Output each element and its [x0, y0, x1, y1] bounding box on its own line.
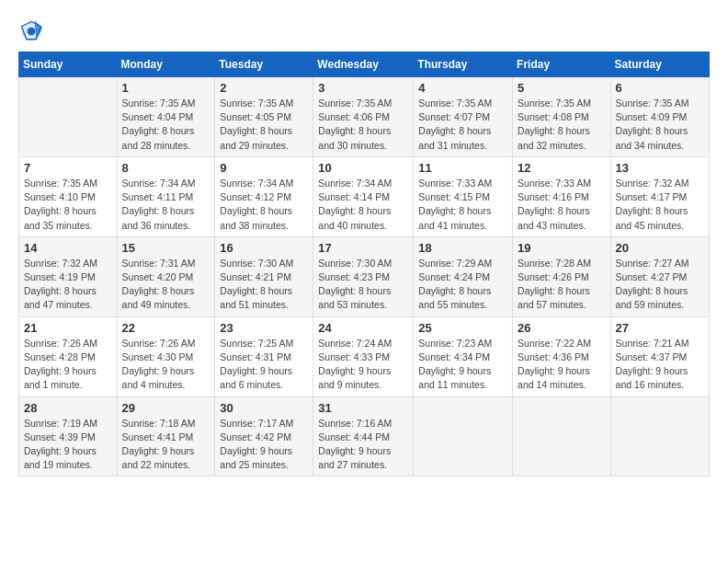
day-number: 26 — [518, 321, 606, 335]
day-info: Sunrise: 7:21 AM Sunset: 4:37 PM Dayligh… — [616, 337, 704, 393]
day-info: Sunrise: 7:35 AM Sunset: 4:09 PM Dayligh… — [616, 97, 704, 153]
week-row-3: 14Sunrise: 7:32 AM Sunset: 4:19 PM Dayli… — [19, 236, 710, 316]
calendar-cell: 11Sunrise: 7:33 AM Sunset: 4:15 PM Dayli… — [414, 156, 513, 236]
day-number: 31 — [318, 401, 408, 415]
calendar-cell: 8Sunrise: 7:34 AM Sunset: 4:11 PM Daylig… — [117, 156, 215, 236]
calendar-cell: 26Sunrise: 7:22 AM Sunset: 4:36 PM Dayli… — [513, 316, 611, 396]
calendar-cell: 10Sunrise: 7:34 AM Sunset: 4:14 PM Dayli… — [313, 156, 414, 236]
calendar-cell: 20Sunrise: 7:27 AM Sunset: 4:27 PM Dayli… — [610, 236, 709, 316]
day-number: 15 — [122, 241, 210, 255]
day-info: Sunrise: 7:23 AM Sunset: 4:34 PM Dayligh… — [418, 337, 507, 393]
day-number: 21 — [24, 321, 112, 335]
header-wednesday: Wednesday — [313, 52, 414, 77]
logo — [18, 18, 48, 44]
calendar-cell — [19, 77, 118, 157]
day-number: 8 — [122, 161, 210, 175]
calendar-cell: 22Sunrise: 7:26 AM Sunset: 4:30 PM Dayli… — [117, 316, 215, 396]
calendar-cell: 30Sunrise: 7:17 AM Sunset: 4:42 PM Dayli… — [215, 396, 313, 477]
day-number: 24 — [318, 321, 408, 335]
header-friday: Friday — [513, 52, 611, 77]
day-info: Sunrise: 7:18 AM Sunset: 4:41 PM Dayligh… — [122, 417, 210, 473]
day-number: 29 — [122, 401, 210, 415]
calendar-cell: 21Sunrise: 7:26 AM Sunset: 4:28 PM Dayli… — [19, 316, 118, 396]
day-info: Sunrise: 7:29 AM Sunset: 4:24 PM Dayligh… — [418, 257, 507, 313]
header-tuesday: Tuesday — [215, 52, 313, 77]
day-info: Sunrise: 7:33 AM Sunset: 4:15 PM Dayligh… — [418, 177, 507, 233]
day-info: Sunrise: 7:27 AM Sunset: 4:27 PM Dayligh… — [616, 257, 704, 313]
header-thursday: Thursday — [414, 52, 513, 77]
day-number: 18 — [418, 241, 507, 255]
calendar-cell: 12Sunrise: 7:33 AM Sunset: 4:16 PM Dayli… — [513, 156, 611, 236]
day-number: 12 — [518, 161, 606, 175]
calendar-cell — [414, 396, 513, 477]
calendar-cell: 27Sunrise: 7:21 AM Sunset: 4:37 PM Dayli… — [610, 316, 709, 396]
day-number: 1 — [122, 81, 210, 95]
calendar-cell: 15Sunrise: 7:31 AM Sunset: 4:20 PM Dayli… — [117, 236, 215, 316]
day-info: Sunrise: 7:24 AM Sunset: 4:33 PM Dayligh… — [318, 337, 408, 393]
day-number: 16 — [220, 241, 308, 255]
day-number: 11 — [418, 161, 507, 175]
calendar-cell: 6Sunrise: 7:35 AM Sunset: 4:09 PM Daylig… — [610, 77, 709, 157]
day-info: Sunrise: 7:30 AM Sunset: 4:23 PM Dayligh… — [318, 257, 408, 313]
day-info: Sunrise: 7:32 AM Sunset: 4:17 PM Dayligh… — [616, 177, 704, 233]
day-number: 7 — [24, 161, 112, 175]
calendar-cell: 16Sunrise: 7:30 AM Sunset: 4:21 PM Dayli… — [215, 236, 313, 316]
day-info: Sunrise: 7:35 AM Sunset: 4:10 PM Dayligh… — [24, 177, 112, 233]
day-info: Sunrise: 7:34 AM Sunset: 4:11 PM Dayligh… — [122, 177, 210, 233]
day-info: Sunrise: 7:25 AM Sunset: 4:31 PM Dayligh… — [220, 337, 308, 393]
day-info: Sunrise: 7:35 AM Sunset: 4:04 PM Dayligh… — [122, 97, 210, 153]
day-number: 22 — [122, 321, 210, 335]
week-row-1: 1Sunrise: 7:35 AM Sunset: 4:04 PM Daylig… — [19, 77, 710, 157]
svg-point-3 — [28, 28, 36, 36]
calendar-table: SundayMondayTuesdayWednesdayThursdayFrid… — [18, 52, 710, 477]
week-row-4: 21Sunrise: 7:26 AM Sunset: 4:28 PM Dayli… — [19, 316, 710, 396]
day-info: Sunrise: 7:26 AM Sunset: 4:28 PM Dayligh… — [24, 337, 112, 393]
day-number: 2 — [220, 81, 308, 95]
calendar-cell: 5Sunrise: 7:35 AM Sunset: 4:08 PM Daylig… — [513, 77, 611, 157]
day-number: 23 — [220, 321, 308, 335]
day-info: Sunrise: 7:35 AM Sunset: 4:08 PM Dayligh… — [518, 97, 606, 153]
calendar-cell: 9Sunrise: 7:34 AM Sunset: 4:12 PM Daylig… — [215, 156, 313, 236]
day-number: 17 — [318, 241, 408, 255]
day-info: Sunrise: 7:35 AM Sunset: 4:05 PM Dayligh… — [220, 97, 308, 153]
calendar-cell: 29Sunrise: 7:18 AM Sunset: 4:41 PM Dayli… — [117, 396, 215, 477]
day-number: 9 — [220, 161, 308, 175]
calendar-cell — [610, 396, 709, 477]
calendar-cell: 13Sunrise: 7:32 AM Sunset: 4:17 PM Dayli… — [610, 156, 709, 236]
calendar-cell: 25Sunrise: 7:23 AM Sunset: 4:34 PM Dayli… — [414, 316, 513, 396]
day-info: Sunrise: 7:26 AM Sunset: 4:30 PM Dayligh… — [122, 337, 210, 393]
calendar-cell: 18Sunrise: 7:29 AM Sunset: 4:24 PM Dayli… — [414, 236, 513, 316]
calendar-header: SundayMondayTuesdayWednesdayThursdayFrid… — [19, 52, 710, 77]
day-info: Sunrise: 7:19 AM Sunset: 4:39 PM Dayligh… — [24, 417, 112, 473]
calendar-cell: 2Sunrise: 7:35 AM Sunset: 4:05 PM Daylig… — [215, 77, 313, 157]
calendar-cell: 1Sunrise: 7:35 AM Sunset: 4:04 PM Daylig… — [117, 77, 215, 157]
header-saturday: Saturday — [610, 52, 709, 77]
header-sunday: Sunday — [19, 52, 118, 77]
day-number: 30 — [220, 401, 308, 415]
day-number: 5 — [518, 81, 606, 95]
day-number: 13 — [616, 161, 704, 175]
week-row-5: 28Sunrise: 7:19 AM Sunset: 4:39 PM Dayli… — [19, 396, 710, 477]
day-info: Sunrise: 7:31 AM Sunset: 4:20 PM Dayligh… — [122, 257, 210, 313]
calendar-cell: 4Sunrise: 7:35 AM Sunset: 4:07 PM Daylig… — [414, 77, 513, 157]
calendar-cell: 24Sunrise: 7:24 AM Sunset: 4:33 PM Dayli… — [313, 316, 414, 396]
day-info: Sunrise: 7:33 AM Sunset: 4:16 PM Dayligh… — [518, 177, 606, 233]
day-info: Sunrise: 7:30 AM Sunset: 4:21 PM Dayligh… — [220, 257, 308, 313]
day-number: 27 — [616, 321, 704, 335]
day-number: 4 — [418, 81, 507, 95]
day-info: Sunrise: 7:22 AM Sunset: 4:36 PM Dayligh… — [518, 337, 606, 393]
day-info: Sunrise: 7:17 AM Sunset: 4:42 PM Dayligh… — [220, 417, 308, 473]
day-info: Sunrise: 7:35 AM Sunset: 4:07 PM Dayligh… — [418, 97, 507, 153]
logo-icon — [18, 18, 44, 44]
calendar-cell: 3Sunrise: 7:35 AM Sunset: 4:06 PM Daylig… — [313, 77, 414, 157]
calendar-cell: 31Sunrise: 7:16 AM Sunset: 4:44 PM Dayli… — [313, 396, 414, 477]
header-monday: Monday — [117, 52, 215, 77]
day-number: 6 — [616, 81, 704, 95]
day-info: Sunrise: 7:34 AM Sunset: 4:12 PM Dayligh… — [220, 177, 308, 233]
day-info: Sunrise: 7:16 AM Sunset: 4:44 PM Dayligh… — [318, 417, 408, 473]
day-number: 28 — [24, 401, 112, 415]
day-info: Sunrise: 7:35 AM Sunset: 4:06 PM Dayligh… — [318, 97, 408, 153]
day-info: Sunrise: 7:32 AM Sunset: 4:19 PM Dayligh… — [24, 257, 112, 313]
calendar-cell: 7Sunrise: 7:35 AM Sunset: 4:10 PM Daylig… — [19, 156, 118, 236]
day-number: 14 — [24, 241, 112, 255]
